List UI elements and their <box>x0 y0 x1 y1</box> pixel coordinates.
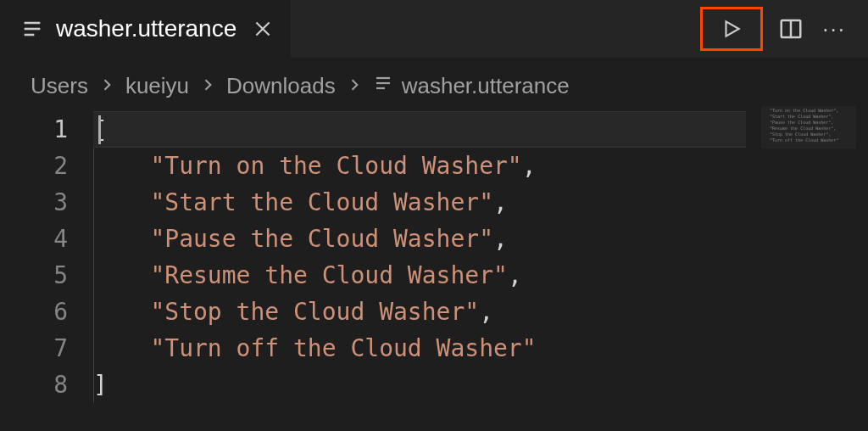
line-number-gutter: 12345678 <box>0 111 93 403</box>
line-number: 4 <box>0 221 68 257</box>
code-line[interactable]: [ <box>93 111 746 148</box>
code-line[interactable]: "Pause the Cloud Washer", <box>93 221 868 257</box>
text-cursor <box>98 115 101 144</box>
breadcrumb-file-label: washer.utterance <box>402 73 570 99</box>
line-number: 3 <box>0 184 68 221</box>
code-line[interactable]: "Resume the Cloud Washer", <box>93 257 868 294</box>
code-line[interactable]: ] <box>93 367 868 403</box>
split-editor-icon[interactable] <box>778 16 804 42</box>
breadcrumb-item[interactable]: kueiyu <box>125 73 189 99</box>
line-number: 8 <box>0 367 68 403</box>
code-line[interactable]: "Stop the Cloud Washer", <box>93 294 868 330</box>
tab-label: washer.utterance <box>56 15 236 42</box>
minimap[interactable]: "Turn on the Cloud Washer", "Start the C… <box>761 106 856 148</box>
more-actions-icon[interactable]: ··· <box>819 16 849 42</box>
tab-bar: washer.utterance ··· <box>0 0 868 58</box>
line-number: 7 <box>0 330 68 367</box>
svg-marker-5 <box>726 21 739 36</box>
line-number: 6 <box>0 294 68 330</box>
breadcrumb-item[interactable]: Users <box>31 73 88 99</box>
editor-tab[interactable]: washer.utterance <box>0 0 291 58</box>
editor-area[interactable]: 12345678 [ "Turn on the Cloud Washer", "… <box>0 106 868 403</box>
run-button[interactable] <box>700 7 763 51</box>
code-line[interactable]: "Start the Cloud Washer", <box>93 184 868 221</box>
line-number: 2 <box>0 148 68 184</box>
breadcrumb-file[interactable]: washer.utterance <box>373 73 570 99</box>
tab-actions: ··· <box>700 7 868 51</box>
code-content[interactable]: [ "Turn on the Cloud Washer", "Start the… <box>93 111 868 403</box>
code-line[interactable]: "Turn on the Cloud Washer", <box>93 148 868 184</box>
chevron-right-icon <box>98 73 115 99</box>
breadcrumb-item[interactable]: Downloads <box>226 73 336 99</box>
code-line[interactable]: "Turn off the Cloud Washer" <box>93 330 868 367</box>
chevron-right-icon <box>346 73 363 99</box>
file-lines-icon <box>373 73 393 99</box>
file-lines-icon <box>20 17 44 41</box>
chevron-right-icon <box>199 73 216 99</box>
line-number: 1 <box>0 111 68 148</box>
close-icon[interactable] <box>252 18 274 40</box>
line-number: 5 <box>0 257 68 294</box>
breadcrumb[interactable]: Users kueiyu Downloads washer.utterance <box>0 58 868 106</box>
